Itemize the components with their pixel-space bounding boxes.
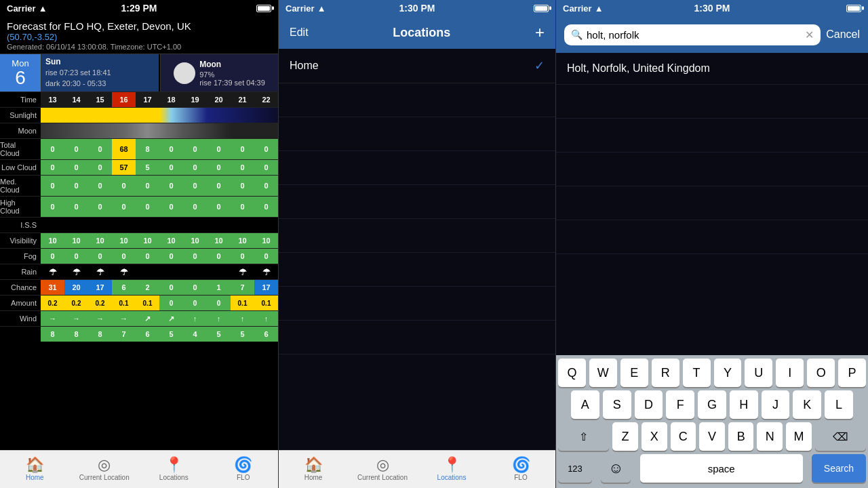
med-cloud-row: Med. Cloud 0 0 0 0 0 0 0 0 0 0 [0, 175, 278, 196]
numbers-key[interactable]: 123 [558, 454, 592, 483]
tab-locations-label-2: Locations [437, 474, 467, 481]
key-k[interactable]: K [793, 390, 821, 419]
battery-icon-3 [846, 5, 861, 12]
key-s[interactable]: S [603, 390, 631, 419]
key-z[interactable]: Z [612, 422, 638, 451]
search-query[interactable]: holt, norfolk [587, 29, 801, 41]
key-i[interactable]: I [776, 359, 804, 387]
time-cell-9: 22 [254, 92, 278, 107]
visibility-cells: 10 10 10 10 10 10 10 10 10 10 [41, 233, 278, 248]
time-cell-4: 17 [136, 92, 159, 107]
tab-home-label-2: Home [304, 474, 323, 481]
edit-button[interactable]: Edit [290, 26, 309, 39]
space-key[interactable]: space [640, 454, 803, 483]
emoji-key[interactable]: ☺ [601, 454, 631, 483]
key-u[interactable]: U [745, 359, 772, 387]
location-empty-4 [279, 185, 555, 219]
iss-cells [41, 218, 278, 232]
key-v[interactable]: V [699, 422, 725, 451]
keyboard-row-1: Q W E R T Y U I O P [556, 355, 868, 387]
key-g[interactable]: G [698, 390, 726, 419]
key-n[interactable]: N [757, 422, 783, 451]
day-num: 6 [15, 68, 26, 87]
key-h[interactable]: H [730, 390, 758, 419]
med-cloud-label: Med. Cloud [0, 176, 41, 196]
day-header: Mon 6 Sun rise 07:23 set 18:41 dark 20:3… [0, 54, 278, 92]
tab-current-location-1[interactable]: ◎ Current Location [70, 451, 140, 488]
search-result-empty-4 [556, 186, 868, 220]
wind-speed-row: 8 8 8 7 6 5 4 5 5 6 [0, 326, 278, 342]
time-label: Time [0, 92, 41, 107]
forecast-coords: (50.70,-3.52) [7, 32, 271, 42]
tab-bar-1: 🏠 Home ◎ Current Location 📍 Locations 🌀 … [0, 450, 278, 488]
tab-flo-2[interactable]: 🌀 FLO [486, 451, 555, 488]
forecast-table: Time 13 14 15 16 17 18 19 20 21 22 Sunli… [0, 92, 278, 450]
tab-home-2[interactable]: 🏠 Home [279, 451, 348, 488]
search-result-0[interactable]: Holt, Norfolk, United Kingdom [556, 53, 868, 85]
total-cloud-cells: 0 0 0 68 8 0 0 0 0 0 [41, 139, 278, 159]
time-label-3: 1:30 PM [694, 3, 730, 14]
shift-key[interactable]: ⇧ [558, 422, 609, 451]
key-j[interactable]: J [762, 390, 790, 419]
search-input-wrap[interactable]: 🔍 holt, norfolk ✕ [564, 24, 821, 45]
med-cloud-cells: 0 0 0 0 0 0 0 0 0 0 [41, 176, 278, 196]
time-cell-2: 15 [88, 92, 112, 107]
chance-label: Chance [0, 280, 41, 295]
tab-locations-1[interactable]: 📍 Locations [139, 451, 209, 488]
search-bar: 🔍 holt, norfolk ✕ Cancel [556, 16, 868, 53]
key-m[interactable]: M [786, 422, 812, 451]
amount-cells: 0.2 0.2 0.2 0.1 0.1 0 0 0 0.1 0.1 [41, 296, 278, 310]
key-x[interactable]: X [642, 422, 667, 451]
key-f[interactable]: F [666, 390, 694, 419]
key-t[interactable]: T [683, 359, 711, 387]
location-checkmark: ✓ [534, 58, 545, 73]
tab-current-2[interactable]: ◎ Current Location [348, 451, 417, 488]
sun-moon-info: Sun rise 07:23 set 18:41 dark 20:30 - 05… [41, 54, 278, 92]
key-b[interactable]: B [728, 422, 754, 451]
carrier-label-3: Carrier [563, 3, 592, 14]
tab-flo-label-1: FLO [237, 474, 250, 481]
location-empty-3 [279, 151, 555, 185]
status-bar-1: Carrier ▲ 1:29 PM [0, 0, 278, 16]
key-y[interactable]: Y [714, 359, 742, 387]
visibility-label: Visibility [0, 233, 41, 248]
key-d[interactable]: D [635, 390, 663, 419]
key-l[interactable]: L [825, 390, 853, 419]
rain-label: Rain [0, 264, 41, 279]
search-key[interactable]: Search [812, 454, 866, 483]
tab-home-1[interactable]: 🏠 Home [0, 451, 70, 488]
tab-bar-2: 🏠 Home ◎ Current Location 📍 Locations 🌀 … [279, 450, 555, 488]
low-cloud-cells: 0 0 0 57 5 0 0 0 0 0 [41, 160, 278, 175]
add-location-button[interactable]: + [535, 23, 545, 42]
time-cell-5: 18 [159, 92, 183, 107]
key-a[interactable]: A [571, 390, 599, 419]
location-home-name: Home [290, 60, 319, 72]
wind-speed-cells: 8 8 8 7 6 5 4 5 5 6 [41, 327, 278, 342]
key-q[interactable]: Q [558, 359, 586, 387]
tab-locations-2[interactable]: 📍 Locations [417, 451, 486, 488]
battery-icon [256, 5, 271, 12]
key-o[interactable]: O [807, 359, 835, 387]
locations-list: Home ✓ [279, 49, 555, 450]
key-c[interactable]: C [671, 422, 696, 451]
key-e[interactable]: E [620, 359, 648, 387]
location-empty-2 [279, 117, 555, 151]
locations-icon-1: 📍 [165, 458, 183, 472]
status-bar-2: Carrier ▲ 1:30 PM [279, 0, 555, 16]
delete-key[interactable]: ⌫ [815, 422, 866, 451]
forecast-title: Forecast for FLO HQ, Exeter, Devon, UK [7, 20, 271, 32]
location-home-item[interactable]: Home ✓ [279, 49, 555, 83]
key-p[interactable]: P [838, 359, 866, 387]
moon-rise: rise 17:39 set 04:39 [199, 79, 265, 87]
carrier-label: Carrier [7, 3, 36, 14]
chance-row: Chance 31 20 17 6 2 0 0 1 7 17 [0, 279, 278, 295]
tab-current-label-2: Current Location [357, 474, 408, 481]
tab-flo-1[interactable]: 🌀 FLO [209, 451, 279, 488]
total-cloud-label: Total Cloud [0, 139, 41, 159]
search-clear-button[interactable]: ✕ [805, 28, 814, 41]
key-r[interactable]: R [652, 359, 679, 387]
cancel-button[interactable]: Cancel [826, 28, 860, 41]
iss-row: I.S.S [0, 217, 278, 232]
phone-search: Carrier ▲ 1:30 PM 🔍 holt, norfolk ✕ Canc… [556, 0, 868, 488]
key-w[interactable]: W [589, 359, 617, 387]
